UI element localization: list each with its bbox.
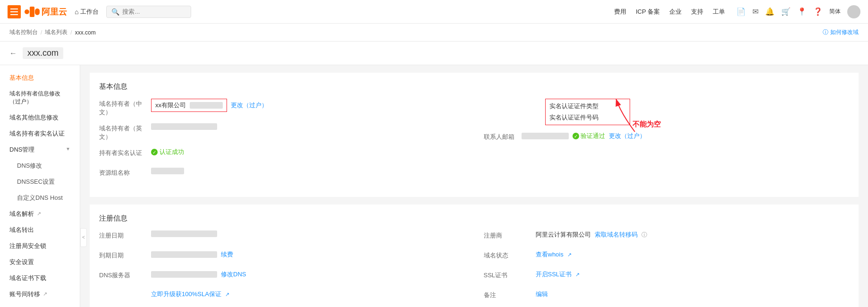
dns-server-blur xyxy=(151,271,217,278)
checkmark-icon: ✓ xyxy=(573,133,579,139)
search-input[interactable] xyxy=(122,8,188,15)
search-icon: 🔍 xyxy=(111,8,119,16)
cart-icon[interactable]: 🛒 xyxy=(781,7,791,16)
sidebar-label-security: 安全设置 xyxy=(9,258,34,266)
sidebar-label-dns-edit: DNS修改 xyxy=(17,162,42,170)
field-label-resource-group: 资源组名称 xyxy=(99,168,151,177)
transfer-code-action[interactable]: 索取域名转移码 xyxy=(595,230,638,239)
lang-switcher[interactable]: 简体 xyxy=(829,8,841,16)
field-value-reg-date xyxy=(151,230,465,237)
sidebar-item-dns-manage[interactable]: DNS管理 ▲ xyxy=(0,142,80,158)
field-value-cert-type: 实名认证证件类型 实名认证证件号码 xyxy=(545,99,850,125)
external-link-icon-ssl: ↗ xyxy=(575,272,580,278)
field-value-domain-status: 查看whois ↗ xyxy=(536,250,850,259)
sidebar-item-push[interactable]: 带价Push ↗ xyxy=(0,302,80,307)
ssl-action[interactable]: 开启SSL证书 xyxy=(536,270,572,279)
field-realname-verify: 持有者实名认证 认证成功 xyxy=(99,148,465,161)
sidebar-collapse-toggle[interactable]: < xyxy=(80,228,87,247)
field-value-dns-server: 修改DNS xyxy=(151,270,465,279)
sidebar-item-registry-lock[interactable]: 注册局安全锁 xyxy=(0,238,80,254)
sidebar-item-dns-edit[interactable]: DNS修改 xyxy=(0,158,80,174)
hamburger-menu[interactable] xyxy=(8,5,21,18)
nav-workorder[interactable]: 工单 xyxy=(713,8,725,16)
field-label-reg-date: 注册日期 xyxy=(99,230,151,240)
sidebar-item-domain-transfer[interactable]: 域名转出 xyxy=(0,222,80,238)
mail-icon[interactable]: ✉ xyxy=(752,7,758,16)
field-domain-status: 域名状态 查看whois ↗ xyxy=(484,250,850,264)
holder-cn-redbox: xx有限公司 xyxy=(151,99,227,112)
field-value-resource-group xyxy=(151,168,465,174)
reg-info-left-col: 注册日期 到期日期 续费 DNS服务器 xyxy=(99,230,465,307)
external-link-icon-whois: ↗ xyxy=(567,252,572,258)
search-box[interactable]: 🔍 xyxy=(106,6,191,18)
sidebar-label-other-info: 域名其他信息修改 xyxy=(9,113,59,122)
whois-action[interactable]: 查看whois xyxy=(536,250,564,259)
nav-fees[interactable]: 费用 xyxy=(614,8,626,16)
content-area: 基本信息 域名持有者（中文） xx有限公司 更改（过户） xyxy=(80,65,868,307)
field-value-registrar: 阿里云计算有限公司 索取域名转移码 ⓘ xyxy=(536,230,850,239)
modify-dns-action[interactable]: 修改DNS xyxy=(221,270,246,279)
sidebar-item-account-transfer[interactable]: 账号间转移 ↗ xyxy=(0,286,80,302)
expire-date-blur xyxy=(151,251,217,258)
external-link-icon-2: ↗ xyxy=(43,291,47,297)
nav-links: 费用 ICP 备案 企业 支持 工单 xyxy=(614,8,725,16)
remark-edit-action[interactable]: 编辑 xyxy=(536,290,548,298)
field-label-domain-status: 域名状态 xyxy=(484,250,536,260)
email-change-action[interactable]: 更改（过户） xyxy=(609,132,646,140)
page-title: xxx.com xyxy=(23,47,63,59)
sidebar-item-domain-resolve[interactable]: 域名解析 ↗ xyxy=(0,206,80,222)
sidebar-label-account-transfer: 账号间转移 xyxy=(9,290,40,298)
sidebar-item-realname[interactable]: 域名持有者实名认证 xyxy=(0,126,80,142)
field-sla-upgrade: 立即升级获100%SLA保证 ↗ xyxy=(99,290,465,303)
sla-upgrade-action[interactable]: 立即升级获100%SLA保证 xyxy=(151,290,221,298)
bell-icon[interactable]: 🔔 xyxy=(765,7,775,16)
external-link-icon-sla: ↗ xyxy=(225,291,229,298)
main-layout: 基本信息 域名持有者信息修改（过户） 域名其他信息修改 域名持有者实名认证 DN… xyxy=(0,65,868,307)
sidebar-label-dns-host: 自定义DNS Host xyxy=(17,194,63,202)
sidebar-item-basic-info[interactable]: 基本信息 xyxy=(0,70,80,86)
external-link-icon: ↗ xyxy=(37,211,41,217)
breadcrumb-domain-list[interactable]: 域名列表 xyxy=(45,28,67,36)
reg-info-right-col: 注册商 阿里云计算有限公司 索取域名转移码 ⓘ 域名状态 查看whois ↗ xyxy=(484,230,850,307)
workbench-button[interactable]: 工作台 xyxy=(75,8,99,16)
field-label-cert-type xyxy=(484,99,545,100)
sidebar-item-holder-change[interactable]: 域名持有者信息修改（过户） xyxy=(0,86,80,110)
sidebar-item-dns-host[interactable]: 自定义DNS Host xyxy=(0,190,80,206)
nav-support[interactable]: 支持 xyxy=(691,8,703,16)
cert-type-row: 实名认证证件类型 xyxy=(549,102,626,111)
help-icon[interactable]: ❓ xyxy=(813,7,823,16)
breadcrumb-current-domain: xxx.com xyxy=(75,29,96,36)
holder-cn-action[interactable]: 更改（过户） xyxy=(231,101,268,110)
renew-action[interactable]: 续费 xyxy=(221,250,233,259)
field-holder-cn: 域名持有者（中文） xx有限公司 更改（过户） xyxy=(99,99,465,117)
registrar-value: 阿里云计算有限公司 xyxy=(536,230,591,239)
reg-info-section: 注册信息 注册日期 到期日期 续费 xyxy=(90,205,859,307)
resource-group-blur xyxy=(151,168,184,174)
field-label-ssl: SSL证书 xyxy=(484,270,536,280)
sidebar-item-security[interactable]: 安全设置 xyxy=(0,254,80,270)
field-resource-group: 资源组名称 xyxy=(99,168,465,181)
reg-info-title: 注册信息 xyxy=(99,214,849,223)
breadcrumb-domain-console[interactable]: 域名控制台 xyxy=(9,28,38,36)
basic-info-title: 基本信息 xyxy=(99,82,849,91)
sidebar-label-domain-resolve: 域名解析 xyxy=(9,210,34,218)
basic-info-columns: 域名持有者（中文） xx有限公司 更改（过户） 域名持有者（英文） xyxy=(99,99,849,188)
back-arrow[interactable]: ← xyxy=(9,49,17,58)
field-expire-date: 到期日期 续费 xyxy=(99,250,465,264)
breadcrumb-help[interactable]: ⓘ 如何修改域 xyxy=(823,28,859,36)
user-avatar[interactable] xyxy=(847,5,860,18)
field-remark: 备注 编辑 xyxy=(484,290,850,303)
field-value-realname-verify: 认证成功 xyxy=(151,148,465,156)
nav-enterprise[interactable]: 企业 xyxy=(669,8,682,16)
doc-icon[interactable]: 📄 xyxy=(736,7,746,16)
sidebar-item-dnssec[interactable]: DNSSEC设置 xyxy=(0,174,80,190)
aliyun-logo-icon xyxy=(25,7,40,17)
location-icon[interactable]: 📍 xyxy=(797,7,807,16)
sidebar-item-other-info[interactable]: 域名其他信息修改 xyxy=(0,110,80,126)
svg-rect-1 xyxy=(30,7,34,17)
sidebar-item-cert-download[interactable]: 域名证书下载 xyxy=(0,270,80,286)
nav-icp[interactable]: ICP 备案 xyxy=(636,8,660,16)
field-label-remark: 备注 xyxy=(484,290,536,299)
field-label-expire-date: 到期日期 xyxy=(99,250,151,260)
cert-num-row: 实名认证证件号码 xyxy=(549,113,626,122)
